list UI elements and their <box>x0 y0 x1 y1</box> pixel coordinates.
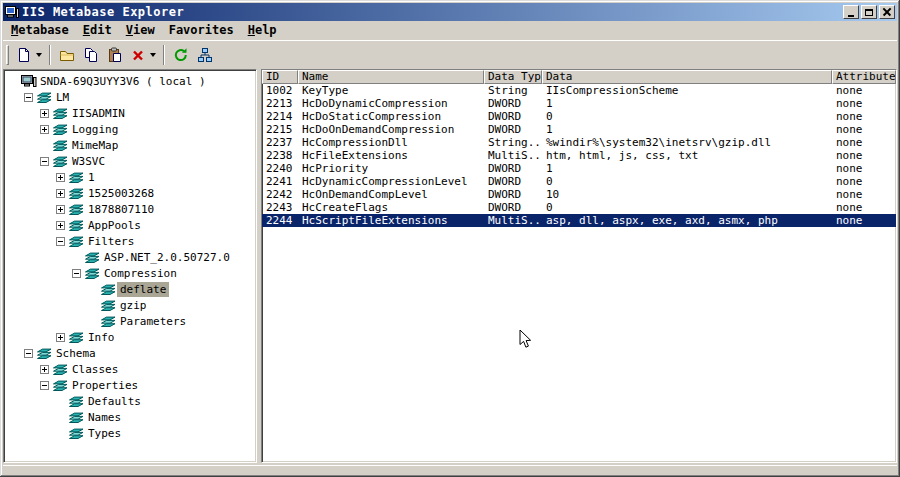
tree-item-lm[interactable]: LM <box>4 89 256 105</box>
tree-item-iisadmin[interactable]: IISADMIN <box>4 105 256 121</box>
collapse-icon[interactable] <box>56 237 65 246</box>
copy-button[interactable] <box>79 43 103 67</box>
minimize-button[interactable] <box>843 5 859 19</box>
column-header-id[interactable]: ID <box>262 70 298 84</box>
cell-id: 2215 <box>262 123 298 136</box>
list-row-1002[interactable]: 1002KeyTypeStringIIsCompressionSchemenon… <box>262 84 896 97</box>
expand-icon[interactable] <box>56 189 65 198</box>
expand-icon[interactable] <box>40 109 49 118</box>
expand-icon[interactable] <box>56 173 65 182</box>
cell-attributes: none <box>832 175 896 188</box>
collapse-icon[interactable] <box>24 93 33 102</box>
list-row-2238[interactable]: 2238HcFileExtensionsMultiS...htm, html, … <box>262 149 896 162</box>
list-row-2242[interactable]: 2242HcOnDemandCompLevelDWORD10none <box>262 188 896 201</box>
tree-item-label: Filters <box>85 234 137 249</box>
new-key-button[interactable] <box>13 43 45 67</box>
node-icon <box>52 106 69 120</box>
tree-item-1878807110[interactable]: 1878807110 <box>4 201 256 217</box>
tree-item-defaults[interactable]: Defaults <box>4 393 256 409</box>
refresh-button[interactable] <box>169 43 193 67</box>
tree-item-mimemap[interactable]: MimeMap <box>4 137 256 153</box>
list-row-2243[interactable]: 2243HcCreateFlagsDWORD0none <box>262 201 896 214</box>
dropdown-arrow-icon[interactable] <box>150 53 156 57</box>
list-body[interactable]: 1002KeyTypeStringIIsCompressionSchemenon… <box>262 84 896 462</box>
list-row-2241[interactable]: 2241HcDynamicCompressionLevelDWORD0none <box>262 175 896 188</box>
menu-bar: MetabaseEditViewFavoritesHelp <box>3 21 897 40</box>
collapse-icon[interactable] <box>24 349 33 358</box>
close-button[interactable] <box>879 5 895 19</box>
tree-item-properties[interactable]: Properties <box>4 377 256 393</box>
paste-button[interactable] <box>103 43 127 67</box>
tree-item-types[interactable]: Types <box>4 425 256 441</box>
tree-item-filters[interactable]: Filters <box>4 233 256 249</box>
menu-help[interactable]: Help <box>241 21 284 40</box>
tree-item-parameters[interactable]: Parameters <box>4 313 256 329</box>
column-header-attributes[interactable]: Attributes <box>832 70 896 84</box>
expand-icon[interactable] <box>40 125 49 134</box>
node-icon <box>68 410 85 424</box>
column-header-data-type[interactable]: Data Type <box>484 70 542 84</box>
tree-item-label: Types <box>85 426 124 441</box>
tree-item-label: Names <box>85 410 124 425</box>
app-icon <box>5 5 19 19</box>
collapse-icon[interactable] <box>72 269 81 278</box>
node-icon <box>52 378 69 392</box>
tree-item-1525003268[interactable]: 1525003268 <box>4 185 256 201</box>
tree-item-schema[interactable]: Schema <box>4 345 256 361</box>
cell-id: 2241 <box>262 175 298 188</box>
cell-name: HcScriptFileExtensions <box>298 214 484 227</box>
maximize-button[interactable] <box>861 5 877 19</box>
cell-data-type: DWORD <box>484 97 542 110</box>
list-row-2240[interactable]: 2240HcPriorityDWORD1none <box>262 162 896 175</box>
list-row-2215[interactable]: 2215HcDoOnDemandCompressionDWORD1none <box>262 123 896 136</box>
tree-item-logging[interactable]: Logging <box>4 121 256 137</box>
cell-data: 0 <box>542 110 832 123</box>
open-button[interactable] <box>55 43 79 67</box>
toolbar-grip-handle[interactable] <box>6 45 9 65</box>
tree-item-label: Defaults <box>85 394 144 409</box>
menu-metabase[interactable]: Metabase <box>4 21 76 40</box>
tree-item-gzip[interactable]: gzip <box>4 297 256 313</box>
cell-data: asp, dll, aspx, exe, axd, asmx, php <box>542 214 832 227</box>
column-header-data[interactable]: Data <box>542 70 832 84</box>
title-bar[interactable]: IIS Metabase Explorer <box>3 3 897 21</box>
tree-item-compression[interactable]: Compression <box>4 265 256 281</box>
node-icon <box>68 394 85 408</box>
column-header-name[interactable]: Name <box>298 70 484 84</box>
menu-favorites[interactable]: Favorites <box>162 21 241 40</box>
collapse-icon[interactable] <box>40 157 49 166</box>
tree-item-label: 1878807110 <box>85 202 157 217</box>
collapse-icon[interactable] <box>40 381 49 390</box>
toolbar-separator <box>49 45 51 65</box>
menu-view[interactable]: View <box>119 21 162 40</box>
tree-item-classes[interactable]: Classes <box>4 361 256 377</box>
tree-item-1[interactable]: 1 <box>4 169 256 185</box>
list-row-2237[interactable]: 2237HcCompressionDllString...%windir%\sy… <box>262 136 896 149</box>
cell-name: HcDoStaticCompression <box>298 110 484 123</box>
tree-item-names[interactable]: Names <box>4 409 256 425</box>
list-row-2244[interactable]: 2244HcScriptFileExtensionsMultiS...asp, … <box>262 214 896 227</box>
delete-button[interactable] <box>127 43 159 67</box>
menu-edit[interactable]: Edit <box>76 21 119 40</box>
tree-item-label: Parameters <box>117 314 189 329</box>
tree-item-info[interactable]: Info <box>4 329 256 345</box>
tree-item-apppools[interactable]: AppPools <box>4 217 256 233</box>
dropdown-arrow-icon[interactable] <box>36 53 42 57</box>
cell-data: 0 <box>542 175 832 188</box>
cell-attributes: none <box>832 149 896 162</box>
tree-item-w3svc[interactable]: W3SVC <box>4 153 256 169</box>
list-row-2214[interactable]: 2214HcDoStaticCompressionDWORD0none <box>262 110 896 123</box>
connect-computer-button[interactable] <box>193 43 217 67</box>
tree-item-asp-net-2-0-50727-0[interactable]: ASP.NET_2.0.50727.0 <box>4 249 256 265</box>
list-row-2213[interactable]: 2213HcDoDynamicCompressionDWORD1none <box>262 97 896 110</box>
tree-item-snda-69q3uyy3v6-local[interactable]: SNDA-69Q3UYY3V6 ( local ) <box>4 73 256 89</box>
cell-id: 2244 <box>262 214 298 227</box>
expand-icon[interactable] <box>56 205 65 214</box>
expand-icon[interactable] <box>56 333 65 342</box>
tree-item-deflate[interactable]: deflate <box>4 281 256 297</box>
cell-id: 2240 <box>262 162 298 175</box>
expand-icon[interactable] <box>56 221 65 230</box>
expand-icon[interactable] <box>40 365 49 374</box>
window-title: IIS Metabase Explorer <box>22 3 840 21</box>
tree-item-label: Schema <box>53 346 99 361</box>
